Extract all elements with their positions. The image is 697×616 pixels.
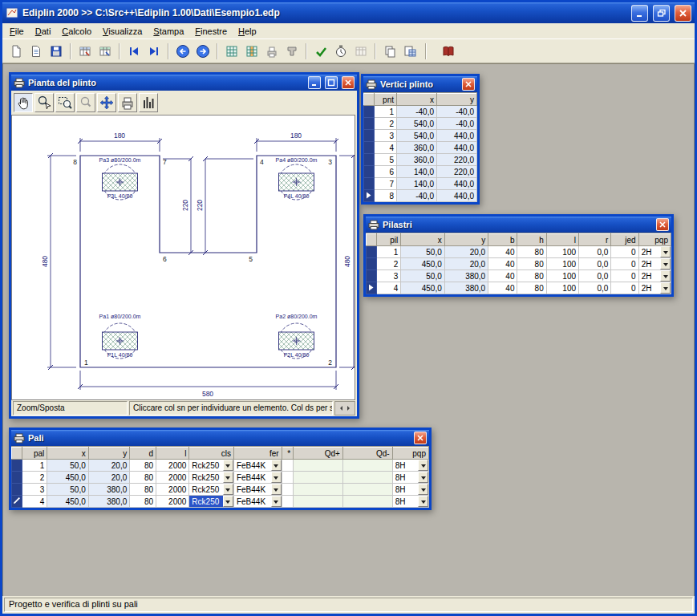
cell-y[interactable]: 220,0 — [437, 154, 477, 166]
cell-x[interactable]: 540,0 — [397, 130, 437, 142]
pianta-title-bar[interactable]: Pianta del plinto — [11, 75, 357, 91]
cell-pal[interactable]: 1 — [22, 460, 47, 472]
cell-x[interactable]: 450,0 — [401, 282, 444, 294]
cell-y[interactable]: 20,0 — [88, 460, 129, 472]
cell-pnt[interactable]: 2 — [375, 118, 397, 130]
cell-*[interactable] — [282, 472, 293, 484]
window-pali[interactable]: Pali palxydlclsfer*Qd+Qd-pqp150,020,0802… — [9, 428, 432, 510]
row-selector[interactable] — [364, 130, 375, 142]
cell-h[interactable]: 80 — [517, 246, 546, 258]
table-edit-2-icon[interactable] — [95, 42, 115, 61]
cell-pil[interactable]: 2 — [377, 258, 401, 270]
cell-d[interactable]: 80 — [130, 496, 156, 508]
cell-pnt[interactable]: 3 — [375, 130, 397, 142]
column-header-pnt[interactable]: pnt — [375, 94, 397, 106]
cell-r[interactable]: 0,0 — [579, 258, 611, 270]
print-plan-icon[interactable] — [118, 93, 137, 112]
pali-grid[interactable]: palxydlclsfer*Qd+Qd-pqp150,020,0802000Rc… — [11, 447, 429, 508]
pile-2[interactable]: Pa2 ø80/200.0m P2L 40/80 — [276, 314, 318, 359]
column-header-pqp[interactable]: pqp — [392, 448, 428, 460]
column-header-Qd-[interactable]: Qd- — [342, 448, 392, 460]
cell-y[interactable]: 380,0 — [88, 484, 129, 496]
dropdown-button[interactable] — [223, 460, 233, 471]
cell-cls[interactable]: Rck250 — [189, 484, 234, 496]
column-header-l[interactable]: l — [546, 234, 578, 246]
cell-y[interactable]: 20,0 — [88, 472, 129, 484]
results-table-icon[interactable] — [351, 42, 371, 61]
column-header-x[interactable]: x — [47, 448, 88, 460]
cell-y[interactable]: 220,0 — [437, 166, 477, 178]
cell-h[interactable]: 80 — [517, 270, 546, 282]
minimize-button[interactable] — [631, 5, 648, 22]
column-header-jed[interactable]: jed — [611, 234, 638, 246]
cell-pqp[interactable]: 2H — [638, 246, 671, 258]
cell-r[interactable]: 0,0 — [579, 282, 611, 294]
cell-cls[interactable]: Rck250 — [189, 460, 234, 472]
cell-pnt[interactable]: 6 — [375, 166, 397, 178]
row-selector[interactable] — [12, 484, 22, 496]
dropdown-button[interactable] — [223, 484, 233, 495]
pilaster-section-icon[interactable] — [282, 42, 302, 61]
cell-h[interactable]: 80 — [517, 282, 546, 294]
row-selector[interactable] — [364, 142, 375, 154]
dropdown-button[interactable] — [660, 246, 671, 257]
column-header-pqp[interactable]: pqp — [638, 234, 671, 246]
cell-y[interactable]: 440,0 — [437, 190, 477, 202]
menu-file[interactable]: File — [4, 25, 30, 38]
cell-pqp[interactable]: 8H — [392, 472, 428, 484]
pianta-close-button[interactable] — [342, 76, 355, 89]
cell-x[interactable]: 360,0 — [397, 142, 437, 154]
cell-pqp[interactable]: 2H — [638, 258, 671, 270]
dropdown-button[interactable] — [271, 484, 282, 495]
first-record-icon[interactable] — [124, 42, 144, 61]
row-selector[interactable] — [364, 190, 375, 202]
vertici-title-bar[interactable]: Vertici plinto — [363, 76, 477, 92]
cell-pnt[interactable]: 5 — [375, 154, 397, 166]
column-header-fer[interactable]: fer — [233, 448, 282, 460]
row-selector[interactable] — [367, 282, 377, 294]
cell-pqp[interactable]: 8H — [392, 460, 428, 472]
row-selector[interactable] — [12, 496, 22, 508]
cell-l[interactable]: 100 — [546, 282, 578, 294]
dropdown-button[interactable] — [418, 472, 428, 483]
cell-x[interactable]: 50,0 — [401, 246, 444, 258]
cell-Qd+[interactable] — [294, 496, 343, 508]
plan-canvas[interactable]: 180 180 480 480 580 220 220 — [11, 115, 355, 400]
next-record-icon[interactable] — [193, 42, 213, 61]
menu-dati[interactable]: Dati — [30, 25, 57, 38]
cell-x[interactable]: 360,0 — [397, 154, 437, 166]
dropdown-button[interactable] — [660, 270, 671, 282]
cell-pqp[interactable]: 2H — [638, 282, 671, 294]
column-header-r[interactable]: r — [579, 234, 611, 246]
cell-y[interactable]: -40,0 — [437, 118, 477, 130]
cell-b[interactable]: 40 — [488, 246, 517, 258]
column-header-y[interactable]: y — [88, 448, 129, 460]
cell-b[interactable]: 40 — [488, 258, 517, 270]
column-header-x[interactable]: x — [401, 234, 444, 246]
cell-l[interactable]: 100 — [546, 258, 578, 270]
column-header-d[interactable]: d — [130, 448, 156, 460]
cell-Qd-[interactable] — [342, 460, 392, 472]
cell-pil[interactable]: 1 — [377, 246, 401, 258]
cell-x[interactable]: -40,0 — [397, 190, 437, 202]
table-edit-1-icon[interactable] — [75, 42, 95, 61]
cell-y[interactable]: 440,0 — [437, 178, 477, 190]
cell-Qd+[interactable] — [294, 484, 343, 496]
cell-b[interactable]: 40 — [488, 282, 517, 294]
save-icon[interactable] — [47, 42, 66, 61]
cell-jed[interactable]: 0 — [611, 258, 638, 270]
cell-jed[interactable]: 0 — [611, 282, 638, 294]
cell-d[interactable]: 80 — [130, 484, 156, 496]
cell-pqp[interactable]: 8H — [392, 484, 428, 496]
cell-pnt[interactable]: 8 — [375, 190, 397, 202]
cell-l[interactable]: 2000 — [156, 496, 189, 508]
column-header-h[interactable]: h — [517, 234, 546, 246]
menu-help[interactable]: Help — [233, 25, 262, 38]
row-selector[interactable] — [367, 246, 377, 258]
pianta-maximize-button[interactable] — [325, 76, 338, 89]
cell-Qd+[interactable] — [294, 472, 343, 484]
column-header-cls[interactable]: cls — [189, 448, 234, 460]
cell-jed[interactable]: 0 — [611, 270, 638, 282]
cell-y[interactable]: 380,0 — [444, 270, 488, 282]
move-view-icon[interactable] — [97, 93, 116, 112]
